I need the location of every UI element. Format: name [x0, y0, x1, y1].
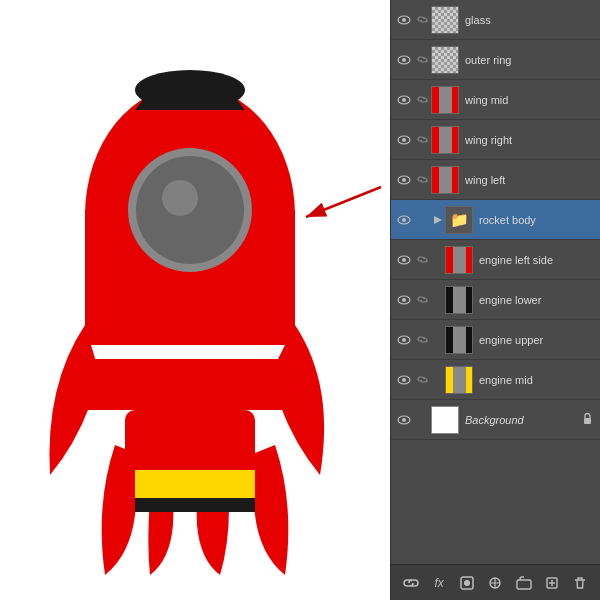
- layer-thumb-rocket-body: 📁: [445, 206, 473, 234]
- svg-point-33: [402, 378, 406, 382]
- layer-row-rocket-body[interactable]: 📁rocket body: [391, 200, 600, 240]
- layer-thumb-engine-left-side: [445, 246, 473, 274]
- link-icon-outer-ring: [415, 53, 429, 67]
- layer-row-wing-right[interactable]: wing right: [391, 120, 600, 160]
- layer-name-engine-lower: engine lower: [479, 294, 596, 306]
- layer-thumb-engine-upper: [445, 326, 473, 354]
- layer-row-engine-mid[interactable]: engine mid: [391, 360, 600, 400]
- layer-row-wing-left[interactable]: wing left: [391, 160, 600, 200]
- link-layers-button[interactable]: [400, 572, 422, 594]
- link-icon-rocket-body: [415, 213, 429, 227]
- layer-row-glass[interactable]: glass: [391, 0, 600, 40]
- visibility-icon-engine-upper[interactable]: [395, 331, 413, 349]
- visibility-icon-rocket-body[interactable]: [395, 211, 413, 229]
- link-icon-wing-right: [415, 133, 429, 147]
- svg-point-18: [402, 98, 406, 102]
- layer-name-engine-upper: engine upper: [479, 334, 596, 346]
- layer-thumb-background: [431, 406, 459, 434]
- svg-point-38: [464, 580, 470, 586]
- layers-list: glassouter ringwing midwing rightwing le…: [391, 0, 600, 564]
- link-icon-engine-left-side: [415, 253, 429, 267]
- layer-thumb-wing-mid: [431, 86, 459, 114]
- link-icon-engine-upper: [415, 333, 429, 347]
- layers-panel: glassouter ringwing midwing rightwing le…: [390, 0, 600, 600]
- layer-row-engine-lower[interactable]: engine lower: [391, 280, 600, 320]
- layer-name-wing-left: wing left: [465, 174, 596, 186]
- svg-point-14: [402, 18, 406, 22]
- layer-thumb-glass: [431, 6, 459, 34]
- layer-name-background: Background: [465, 414, 582, 426]
- layer-thumb-engine-mid: [445, 366, 473, 394]
- svg-point-20: [402, 138, 406, 142]
- svg-rect-36: [584, 418, 591, 424]
- svg-marker-25: [434, 216, 442, 224]
- visibility-icon-glass[interactable]: [395, 11, 413, 29]
- visibility-icon-outer-ring[interactable]: [395, 51, 413, 69]
- fx-button[interactable]: fx: [428, 572, 450, 594]
- layer-thumb-engine-lower: [445, 286, 473, 314]
- visibility-icon-engine-left-side[interactable]: [395, 251, 413, 269]
- svg-point-29: [402, 298, 406, 302]
- layer-thumb-wing-right: [431, 126, 459, 154]
- layer-name-wing-mid: wing mid: [465, 94, 596, 106]
- link-icon-background: [415, 413, 429, 427]
- svg-point-24: [402, 218, 406, 222]
- visibility-icon-engine-lower[interactable]: [395, 291, 413, 309]
- visibility-icon-wing-right[interactable]: [395, 131, 413, 149]
- visibility-icon-wing-left[interactable]: [395, 171, 413, 189]
- layer-row-outer-ring[interactable]: outer ring: [391, 40, 600, 80]
- link-icon-wing-mid: [415, 93, 429, 107]
- adjustment-button[interactable]: [484, 572, 506, 594]
- svg-rect-10: [135, 498, 255, 512]
- svg-point-31: [402, 338, 406, 342]
- visibility-icon-background[interactable]: [395, 411, 413, 429]
- layer-name-glass: glass: [465, 14, 596, 26]
- lock-icon-background: [582, 411, 596, 429]
- rocket-illustration: [35, 15, 355, 585]
- layer-row-engine-upper[interactable]: engine upper: [391, 320, 600, 360]
- visibility-icon-engine-mid[interactable]: [395, 371, 413, 389]
- svg-rect-9: [135, 470, 255, 498]
- layer-row-background[interactable]: Background: [391, 400, 600, 440]
- svg-rect-4: [87, 359, 293, 365]
- layer-name-rocket-body: rocket body: [479, 214, 596, 226]
- link-icon-wing-left: [415, 173, 429, 187]
- canvas-area: [0, 0, 390, 600]
- layer-name-wing-right: wing right: [465, 134, 596, 146]
- link-icon-engine-mid: [415, 373, 429, 387]
- layer-row-wing-mid[interactable]: wing mid: [391, 80, 600, 120]
- group-expand-icon-rocket-body[interactable]: [431, 213, 445, 227]
- svg-point-22: [402, 178, 406, 182]
- layer-thumb-outer-ring: [431, 46, 459, 74]
- delete-layer-button[interactable]: [569, 572, 591, 594]
- layer-thumb-wing-left: [431, 166, 459, 194]
- add-mask-button[interactable]: [456, 572, 478, 594]
- layers-toolbar: fx: [391, 564, 600, 600]
- svg-point-35: [402, 418, 406, 422]
- visibility-icon-wing-mid[interactable]: [395, 91, 413, 109]
- svg-point-27: [402, 258, 406, 262]
- new-layer-button[interactable]: [541, 572, 563, 594]
- layer-name-engine-left-side: engine left side: [479, 254, 596, 266]
- group-layers-button[interactable]: [513, 572, 535, 594]
- svg-rect-40: [517, 580, 531, 589]
- layer-row-engine-left-side[interactable]: engine left side: [391, 240, 600, 280]
- layer-name-outer-ring: outer ring: [465, 54, 596, 66]
- link-icon-engine-lower: [415, 293, 429, 307]
- svg-point-7: [162, 180, 198, 216]
- svg-rect-3: [85, 345, 295, 359]
- link-icon-glass: [415, 13, 429, 27]
- layer-name-engine-mid: engine mid: [479, 374, 596, 386]
- svg-point-16: [402, 58, 406, 62]
